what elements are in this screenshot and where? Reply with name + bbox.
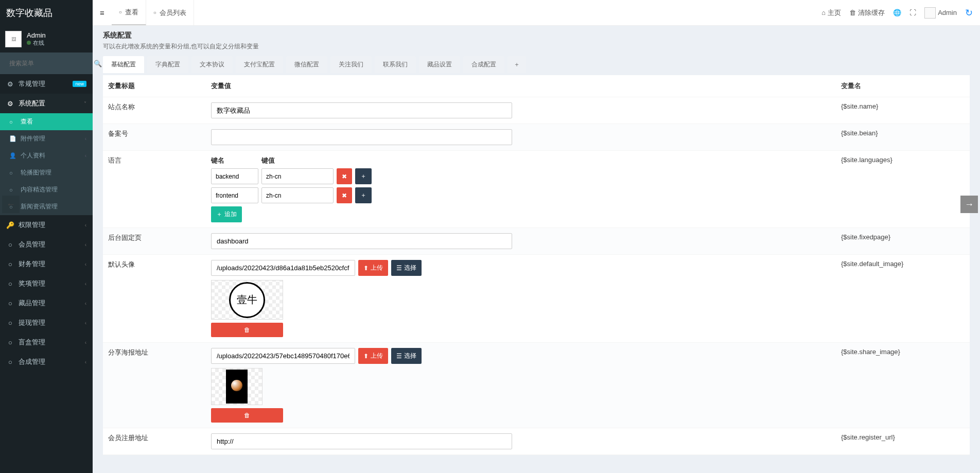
sidebar-icon: ○ (6, 280, 14, 288)
sidebar-subitem[interactable]: 👤个人资料‹ (0, 147, 93, 164)
delete-default-image-button[interactable]: 🗑 (211, 323, 283, 337)
sidebar-item-10[interactable]: ○奖项管理‹ (0, 274, 93, 293)
sidebar-subitem[interactable]: ○轮播图管理 (0, 164, 93, 181)
add-tab-button[interactable]: ＋ (507, 56, 526, 73)
sidebar-icon: ○ (6, 319, 14, 327)
hamburger-icon[interactable]: ≡ (93, 8, 112, 17)
sidebar: 数字收藏品 🖼 Admin 在线 🔍 ⚙常规管理new⚙系统配置˅○查看📄附件管… (0, 0, 93, 473)
kv-add-button[interactable]: ＋ (355, 187, 372, 203)
sidebar-subitem-label: 查看 (21, 117, 33, 126)
circle-icon: ○ (119, 9, 122, 15)
sidebar-item-label: 常规管理 (19, 79, 45, 89)
circle-icon: ○ (9, 187, 16, 193)
lang-switch[interactable]: 🌐 (893, 9, 901, 16)
clear-cache-link[interactable]: 🗑清除缓存 (849, 8, 885, 17)
sidebar-icon: ⚙ (6, 80, 14, 88)
row-share-image: 分享海报地址 ⬆上传 ☰选择 🗑 {$si (103, 343, 970, 428)
kv-key-input[interactable] (211, 168, 258, 184)
share-image-preview (211, 368, 262, 405)
user-avatar[interactable]: 🖼 (5, 31, 22, 47)
chevron-icon: ‹ (85, 281, 86, 287)
fullscreen-toggle[interactable]: ⛶ (909, 9, 916, 16)
config-tab-5[interactable]: 关注我们 (330, 56, 372, 73)
sidebar-item-12[interactable]: ○提现管理‹ (0, 313, 93, 332)
chevron-icon: ‹ (85, 261, 86, 267)
config-tab-8[interactable]: 合成配置 (463, 56, 504, 73)
row-site-name: 站点名称 {$site.name} (103, 97, 970, 124)
search-icon[interactable]: 🔍 (91, 60, 105, 67)
sidebar-subitem-label: 附件管理 (21, 134, 45, 143)
config-tab-0[interactable]: 基础配置 (103, 56, 144, 73)
sidebar-item-11[interactable]: ○藏品管理‹ (0, 293, 93, 313)
sidebar-item-label: 财务管理 (19, 259, 45, 269)
scroll-left-button[interactable]: ← (2, 196, 20, 213)
input-fixedpage[interactable] (211, 233, 512, 249)
config-tab-3[interactable]: 支付宝配置 (236, 56, 283, 73)
status-dot-icon (27, 41, 31, 45)
label-default-image: 默认头像 (103, 255, 206, 343)
refresh-icon[interactable]: ↻ (965, 7, 973, 19)
delete-share-image-button[interactable]: 🗑 (211, 408, 283, 423)
th-name: 变量名 (836, 75, 970, 97)
kv-val-input[interactable] (261, 187, 334, 203)
choose-share-image-button[interactable]: ☰选择 (391, 348, 422, 364)
sidebar-item-7[interactable]: 🔑权限管理‹ (0, 215, 93, 235)
config-tab-2[interactable]: 文本协议 (191, 56, 233, 73)
kv-remove-button[interactable]: ✖ (337, 168, 352, 184)
config-table: 变量标题 变量值 变量名 站点名称 {$site.name} 备案号 {$sit (103, 75, 970, 455)
sidebar-item-14[interactable]: ○合成管理‹ (0, 352, 93, 372)
sidebar-subitem-label: 轮播图管理 (21, 168, 51, 177)
top-tab-0[interactable]: ○查看 (112, 0, 146, 25)
label-share-image: 分享海报地址 (103, 343, 206, 428)
sidebar-search-input[interactable] (5, 57, 91, 70)
var-site-name: {$site.name} (836, 97, 970, 124)
scroll-right-overlay: → (960, 196, 978, 213)
sidebar-icon: ○ (6, 241, 14, 249)
top-tab-label: 会员列表 (160, 8, 186, 17)
sidebar-subitem[interactable]: 📄附件管理‹ (0, 130, 93, 147)
sidebar-item-0[interactable]: ⚙常规管理new (0, 74, 93, 94)
list-icon: ☰ (396, 265, 402, 272)
add-kv-button[interactable]: ＋追加 (211, 206, 242, 222)
sidebar-subitem-0[interactable]: ○查看 (0, 113, 93, 130)
sidebar-subitem-label: 个人资料 (21, 151, 45, 160)
user-menu[interactable]: Admin (924, 7, 957, 19)
input-register-url[interactable] (211, 433, 512, 449)
chevron-icon: ˅ (84, 101, 86, 107)
sidebar-icon: ○ (6, 358, 14, 366)
choose-default-image-button[interactable]: ☰选择 (391, 260, 422, 276)
kv-remove-button[interactable]: ✖ (337, 187, 352, 203)
kv-header-val: 键值 (261, 156, 334, 165)
config-tab-4[interactable]: 微信配置 (286, 56, 327, 73)
input-site-name[interactable] (211, 102, 512, 118)
upload-share-image-button[interactable]: ⬆上传 (358, 348, 388, 364)
sidebar-item-8[interactable]: ○会员管理‹ (0, 235, 93, 254)
home-link[interactable]: ⌂主页 (821, 8, 841, 17)
page-title: 系统配置 (103, 31, 970, 40)
config-tab-6[interactable]: 联系我们 (375, 56, 416, 73)
config-tab-7[interactable]: 藏品设置 (419, 56, 460, 73)
kv-key-input[interactable] (211, 187, 258, 203)
brand-title: 数字收藏品 (0, 0, 93, 26)
config-tab-1[interactable]: 字典配置 (147, 56, 188, 73)
scroll-right-button[interactable]: → (960, 196, 978, 213)
upload-default-image-button[interactable]: ⬆上传 (358, 260, 388, 276)
row-default-image: 默认头像 ⬆上传 ☰选择 壹牛 🗑 {$si (103, 255, 970, 343)
input-default-image[interactable] (211, 260, 355, 276)
sidebar-subitem-label: 新闻资讯管理 (21, 202, 58, 211)
input-share-image[interactable] (211, 348, 355, 364)
sidebar-item-1[interactable]: ⚙系统配置˅ (0, 94, 93, 113)
kv-add-button[interactable]: ＋ (355, 168, 372, 184)
top-tab-1[interactable]: ○会员列表 (146, 0, 194, 25)
home-icon: ⌂ (821, 9, 826, 16)
avatar-logo-circle: 壹牛 (229, 282, 265, 318)
circle-icon: ○ (9, 119, 16, 125)
kv-header-key: 键名 (211, 156, 258, 165)
kv-val-input[interactable] (261, 168, 334, 184)
sidebar-item-13[interactable]: ○盲盒管理‹ (0, 332, 93, 352)
sidebar-item-9[interactable]: ○财务管理‹ (0, 254, 93, 274)
page-header: 系统配置 可以在此增改系统的变量和分组,也可以自定义分组和变量 (93, 26, 980, 56)
th-value: 变量值 (206, 75, 836, 97)
input-beian[interactable] (211, 129, 512, 145)
chevron-icon: ‹ (85, 153, 86, 159)
